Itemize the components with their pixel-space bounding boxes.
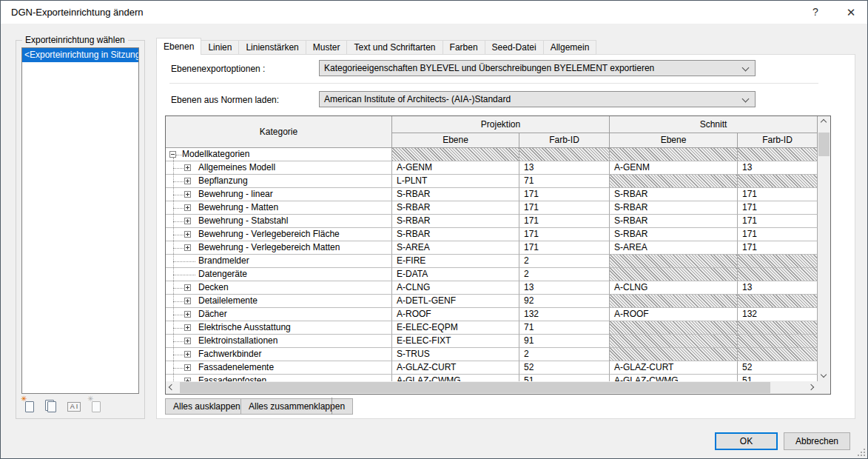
table-row[interactable]: Modellkategorien: [166, 148, 818, 161]
projektion-ebene-cell[interactable]: S-RBAR: [392, 215, 519, 228]
collapse-all-button[interactable]: Alles zusammenklappen: [240, 398, 353, 415]
projektion-ebene-cell[interactable]: A-GLAZ-CWMG: [392, 375, 519, 381]
expand-toggle-icon[interactable]: [184, 364, 191, 371]
schnitt-ebene-cell[interactable]: A-GLAZ-CURT: [610, 361, 738, 375]
schnitt-farbid-cell[interactable]: 171: [738, 188, 818, 201]
table-row[interactable]: Bewehrung - Verlegebereich FlächeS-RBAR1…: [166, 228, 818, 241]
projektion-ebene-cell[interactable]: E-ELEC-FIXT: [392, 335, 519, 348]
projektion-farbid-cell[interactable]: 171: [519, 188, 610, 201]
table-row[interactable]: Elektrische AusstattungE-ELEC-EQPM71: [166, 321, 818, 335]
table-row[interactable]: DeckenA-CLNG13A-CLNG13: [166, 281, 818, 295]
projektion-farbid-cell[interactable]: 171: [519, 201, 610, 215]
projektion-farbid-cell[interactable]: 171: [519, 228, 610, 241]
tab-linien[interactable]: Linien: [201, 40, 239, 55]
scroll-up-button[interactable]: [818, 116, 830, 129]
category-cell[interactable]: Bewehrung - Verlegebereich Fläche: [166, 228, 392, 241]
schnitt-farbid-cell[interactable]: 171: [738, 215, 818, 228]
new-export-setup-button[interactable]: ✳: [22, 399, 37, 414]
schnitt-ebene-cell[interactable]: A-GLAZ-CWMG: [610, 375, 738, 381]
projektion-ebene-cell[interactable]: S-RBAR: [392, 201, 519, 215]
duplicate-export-setup-button[interactable]: [44, 399, 59, 414]
tab-allgemein[interactable]: Allgemein: [543, 40, 597, 55]
projektion-ebene-cell[interactable]: S-AREA: [392, 241, 519, 255]
projektion-farbid-cell[interactable]: 51: [519, 375, 610, 381]
projektion-ebene-cell[interactable]: A-GENM: [392, 161, 519, 175]
expand-toggle-icon[interactable]: [184, 218, 191, 224]
column-header-projektion-ebene[interactable]: Ebene: [392, 133, 519, 148]
category-cell[interactable]: Allgemeines Modell: [166, 161, 392, 175]
table-row[interactable]: Bewehrung - StabstahlS-RBAR171S-RBAR171: [166, 215, 818, 228]
table-row[interactable]: FassadenpfostenA-GLAZ-CWMG51A-GLAZ-CWMG5…: [166, 375, 818, 381]
projektion-ebene-cell[interactable]: S-RBAR: [392, 188, 519, 201]
expand-toggle-icon[interactable]: [184, 324, 191, 331]
column-header-schnitt-ebene[interactable]: Ebene: [610, 133, 738, 148]
layer-export-options-select[interactable]: Kategorieeigenschaften BYLEVEL und Übers…: [319, 60, 756, 76]
expand-toggle-icon[interactable]: [184, 311, 191, 318]
expand-toggle-icon[interactable]: [184, 191, 191, 198]
category-cell[interactable]: Bewehrung - Stabstahl: [166, 215, 392, 228]
column-header-projektion-farbid[interactable]: Farb-ID: [519, 133, 610, 148]
projektion-ebene-cell[interactable]: S-RBAR: [392, 228, 519, 241]
schnitt-farbid-cell[interactable]: 171: [738, 241, 818, 255]
list-item[interactable]: <Exporteinrichtung in Sitzung>: [22, 48, 138, 62]
schnitt-farbid-cell[interactable]: 52: [738, 361, 818, 375]
projektion-ebene-cell[interactable]: E-ELEC-EQPM: [392, 321, 519, 335]
projektion-ebene-cell[interactable]: A-DETL-GENF: [392, 295, 519, 308]
schnitt-ebene-cell[interactable]: A-ROOF: [610, 308, 738, 321]
category-cell[interactable]: Bewehrung - linear: [166, 188, 392, 201]
expand-toggle-icon[interactable]: [184, 244, 191, 251]
schnitt-farbid-cell[interactable]: 171: [738, 201, 818, 215]
delete-export-setup-button[interactable]: ✳: [89, 399, 104, 414]
category-cell[interactable]: Fassadenelemente: [166, 361, 392, 375]
schnitt-farbid-cell[interactable]: 171: [738, 228, 818, 241]
expand-toggle-icon[interactable]: [184, 164, 191, 171]
column-header-schnitt[interactable]: Schnitt: [610, 116, 818, 133]
projektion-farbid-cell[interactable]: 2: [519, 348, 610, 361]
schnitt-farbid-cell[interactable]: 132: [738, 308, 818, 321]
expand-toggle-icon[interactable]: [184, 351, 191, 358]
table-row[interactable]: DatengeräteE-DATA2: [166, 268, 818, 281]
load-standards-select[interactable]: American Institute of Architects- (AIA-)…: [319, 91, 756, 107]
schnitt-ebene-cell[interactable]: S-RBAR: [610, 188, 738, 201]
schnitt-farbid-cell[interactable]: 51: [738, 375, 818, 381]
scroll-left-button[interactable]: [166, 381, 178, 394]
horizontal-scrollbar[interactable]: [166, 381, 818, 394]
projektion-farbid-cell[interactable]: 52: [519, 361, 610, 375]
projektion-ebene-cell[interactable]: S-TRUS: [392, 348, 519, 361]
table-row[interactable]: Bewehrung - linearS-RBAR171S-RBAR171: [166, 188, 818, 201]
projektion-farbid-cell[interactable]: 92: [519, 295, 610, 308]
projektion-farbid-cell[interactable]: 132: [519, 308, 610, 321]
help-button[interactable]: ?: [802, 1, 829, 24]
expand-toggle-icon[interactable]: [184, 204, 191, 211]
collapse-toggle-icon[interactable]: [169, 151, 176, 158]
tab-text-und-schriftarten[interactable]: Text und Schriftarten: [346, 40, 443, 55]
expand-toggle-icon[interactable]: [184, 338, 191, 344]
projektion-farbid-cell[interactable]: 171: [519, 241, 610, 255]
projektion-ebene-cell[interactable]: L-PLNT: [392, 175, 519, 188]
expand-toggle-icon[interactable]: [184, 298, 191, 304]
category-cell[interactable]: Brandmelder: [166, 255, 392, 268]
projektion-farbid-cell[interactable]: 171: [519, 215, 610, 228]
table-row[interactable]: DetailelementeA-DETL-GENF92: [166, 295, 818, 308]
table-row[interactable]: DächerA-ROOF132A-ROOF132: [166, 308, 818, 321]
column-header-kategorie[interactable]: Kategorie: [166, 116, 392, 148]
projektion-farbid-cell[interactable]: 91: [519, 335, 610, 348]
table-row[interactable]: BepflanzungL-PLNT71: [166, 175, 818, 188]
tab-ebenen[interactable]: Ebenen: [156, 38, 201, 55]
category-cell[interactable]: Bewehrung - Verlegebereich Matten: [166, 241, 392, 255]
category-cell[interactable]: Bewehrung - Matten: [166, 201, 392, 215]
rename-export-setup-button[interactable]: A I: [67, 399, 81, 414]
tab-seed-datei[interactable]: Seed-Datei: [485, 40, 544, 55]
column-header-schnitt-farbid[interactable]: Farb-ID: [738, 133, 818, 148]
expand-toggle-icon[interactable]: [184, 231, 191, 238]
vertical-scrollbar[interactable]: [818, 116, 830, 381]
projektion-ebene-cell[interactable]: A-CLNG: [392, 281, 519, 295]
projektion-farbid-cell[interactable]: 13: [519, 161, 610, 175]
category-cell[interactable]: Bepflanzung: [166, 175, 392, 188]
schnitt-farbid-cell[interactable]: 13: [738, 161, 818, 175]
schnitt-ebene-cell[interactable]: S-RBAR: [610, 228, 738, 241]
schnitt-ebene-cell[interactable]: A-GENM: [610, 161, 738, 175]
title-bar[interactable]: DGN-Exporteinrichtung ändern ? ✕: [1, 1, 867, 24]
schnitt-farbid-cell[interactable]: 13: [738, 281, 818, 295]
schnitt-ebene-cell[interactable]: S-RBAR: [610, 215, 738, 228]
